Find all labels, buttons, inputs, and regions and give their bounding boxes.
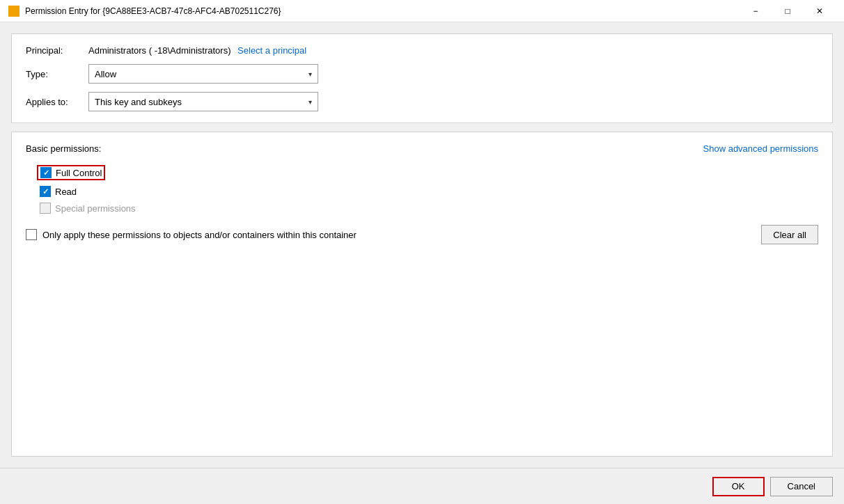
close-button[interactable]: ✕ (804, 0, 836, 22)
special-permissions-checkbox[interactable] (40, 203, 51, 214)
applies-to-value: This key and subkeys (95, 97, 182, 107)
ok-button[interactable]: OK (712, 477, 765, 496)
minimize-button[interactable]: − (740, 0, 772, 22)
principal-value: Administrators ( -18\Administrators) Sel… (88, 45, 306, 56)
select-principal-link[interactable]: Select a principal (237, 45, 306, 56)
type-dropdown-value: Allow (95, 69, 116, 79)
only-apply-checkbox[interactable] (26, 229, 37, 240)
full-control-checkbox[interactable] (40, 167, 52, 178)
type-row: Type: Allow ▾ (26, 64, 818, 84)
title-bar-controls: − □ ✕ (740, 0, 836, 22)
permissions-section: Basic permissions: Show advanced permiss… (11, 132, 833, 457)
bottom-row: Only apply these permissions to objects … (26, 225, 818, 244)
applies-to-dropdown[interactable]: This key and subkeys ▾ (88, 92, 318, 111)
title-bar: Permission Entry for {9CA88EE3-ACB7-47c8… (0, 0, 844, 22)
applies-to-label: Applies to: (26, 97, 88, 107)
only-apply-label: Only apply these permissions to objects … (42, 230, 357, 240)
full-control-label: Full Control (56, 168, 102, 178)
window-icon (8, 6, 19, 17)
read-row: Read (40, 186, 818, 197)
principal-row: Principal: Administrators ( -18\Administ… (26, 45, 818, 56)
type-dropdown-arrow: ▾ (308, 70, 312, 78)
window: Permission Entry for {9CA88EE3-ACB7-47c8… (0, 0, 844, 504)
read-label: Read (55, 187, 77, 197)
full-control-row: Full Control (37, 165, 105, 180)
dialog-footer: OK Cancel (0, 468, 844, 504)
only-apply-row: Only apply these permissions to objects … (26, 229, 357, 240)
cancel-button[interactable]: Cancel (770, 477, 833, 496)
show-advanced-link[interactable]: Show advanced permissions (703, 143, 818, 154)
permissions-header: Basic permissions: Show advanced permiss… (26, 143, 818, 154)
read-checkbox[interactable] (40, 186, 51, 197)
type-dropdown[interactable]: Allow ▾ (88, 64, 318, 84)
window-title: Permission Entry for {9CA88EE3-ACB7-47c8… (25, 6, 740, 16)
maximize-button[interactable]: □ (772, 0, 804, 22)
dialog-body: Principal: Administrators ( -18\Administ… (0, 22, 844, 468)
applies-to-arrow: ▾ (308, 98, 312, 106)
applies-to-row: Applies to: This key and subkeys ▾ (26, 92, 818, 111)
principal-label: Principal: (26, 45, 88, 56)
special-permissions-row: Special permissions (40, 203, 818, 214)
special-permissions-label: Special permissions (55, 203, 136, 214)
clear-all-button[interactable]: Clear all (761, 225, 818, 244)
permissions-title: Basic permissions: (26, 143, 101, 154)
type-label: Type: (26, 69, 88, 79)
top-section: Principal: Administrators ( -18\Administ… (11, 33, 833, 123)
